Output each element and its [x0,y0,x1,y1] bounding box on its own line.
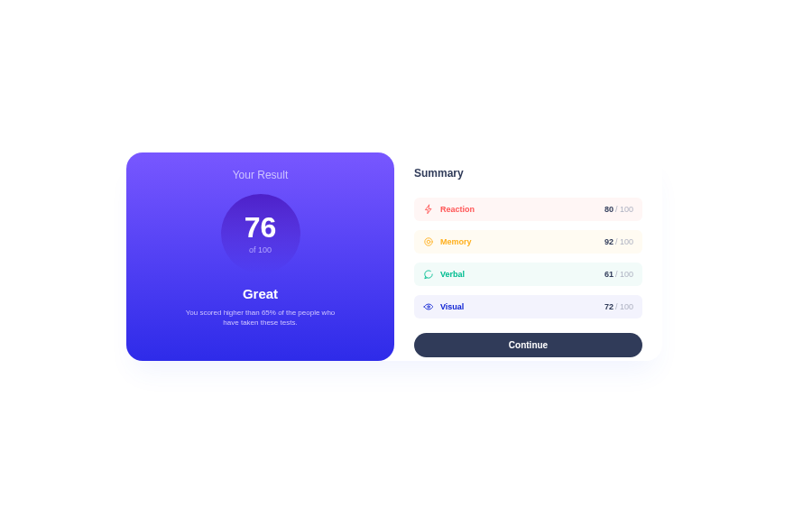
summary-panel: Summary Reaction 80 / 100 Memory 92 / 10… [394,152,662,361]
score-value: 76 [245,213,277,242]
results-card: Your Result 76 of 100 Great You scored h… [126,152,662,361]
bolt-icon [423,204,434,215]
result-heading: Your Result [233,169,289,181]
continue-button[interactable]: Continue [414,333,642,357]
summary-row-value: 61 [604,270,614,279]
summary-row-memory: Memory 92 / 100 [414,230,642,254]
summary-row-value: 80 [604,205,614,214]
summary-row-max: / 100 [615,270,633,279]
chat-icon [423,269,434,280]
summary-row-reaction: Reaction 80 / 100 [414,198,642,221]
summary-row-max: / 100 [615,237,633,246]
summary-row-label: Reaction [440,205,475,214]
result-panel: Your Result 76 of 100 Great You scored h… [126,152,394,361]
summary-row-label: Visual [440,302,464,311]
brain-icon [423,236,434,247]
summary-row-max: / 100 [615,302,633,311]
summary-row-label: Memory [440,237,472,246]
eye-icon [423,301,434,312]
summary-row-value: 92 [604,237,614,246]
summary-row-max: / 100 [615,205,633,214]
summary-rows: Reaction 80 / 100 Memory 92 / 100 Verbal [414,198,642,319]
result-description: You scored higher than 65% of the people… [180,308,342,328]
result-rank: Great [243,286,278,301]
summary-row-value: 72 [604,302,614,311]
summary-row-verbal: Verbal 61 / 100 [414,263,642,286]
summary-row-label: Verbal [440,270,465,279]
svg-point-2 [428,306,429,308]
score-circle: 76 of 100 [221,194,300,273]
svg-point-1 [427,240,430,244]
summary-row-visual: Visual 72 / 100 [414,295,642,319]
summary-heading: Summary [414,167,642,180]
svg-point-0 [425,238,432,245]
score-of-max: of 100 [249,245,272,254]
